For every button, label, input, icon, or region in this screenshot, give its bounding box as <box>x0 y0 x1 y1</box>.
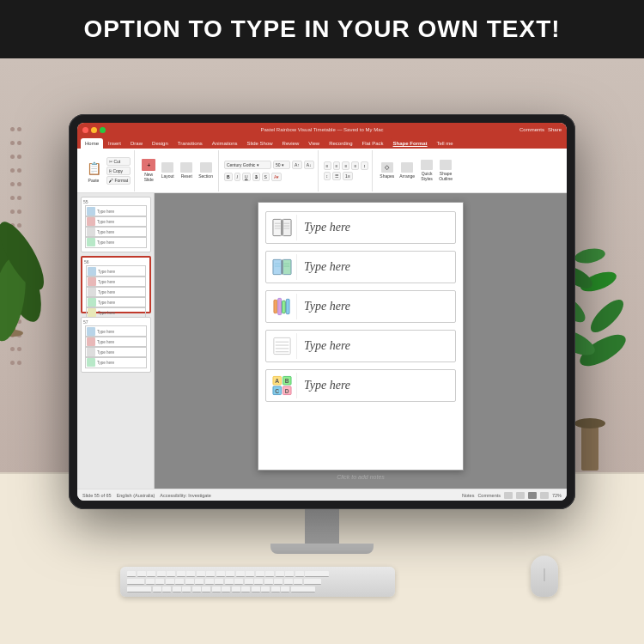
zoom-level[interactable]: 72% <box>552 493 562 498</box>
notes-button[interactable]: Notes <box>462 493 474 498</box>
font-color-button[interactable]: A▾ <box>271 173 282 181</box>
tab-shapeformat[interactable]: Shape Format <box>389 138 432 149</box>
tab-flatpack[interactable]: Flat Pack <box>358 138 388 149</box>
justify-button[interactable]: ≡ <box>351 161 359 170</box>
svg-point-6 <box>574 418 605 428</box>
font-family-dropdown[interactable]: Century Gothic ▾ <box>224 161 271 169</box>
tab-animations[interactable]: Animations <box>208 138 242 149</box>
slide-item-text-2[interactable]: Type here <box>304 260 350 274</box>
svg-rect-14 <box>273 219 282 235</box>
powerpoint-ui: Pastel Rainbow Visual Timetable — Saved … <box>77 123 567 501</box>
svg-rect-23 <box>273 259 282 274</box>
slideshow-button[interactable] <box>540 492 549 499</box>
new-slide-button[interactable]: + NewSlide <box>140 158 157 183</box>
tab-draw[interactable]: Draw <box>126 138 147 149</box>
line-spacing-button[interactable]: ↕ <box>324 172 331 180</box>
tab-recording[interactable]: Recording <box>325 138 356 149</box>
svg-text:B: B <box>285 378 289 384</box>
slide-item-2[interactable]: Type here <box>265 251 456 283</box>
cut-button[interactable]: ✂ Cut <box>106 157 131 166</box>
text-shadow-button[interactable]: S <box>262 173 270 181</box>
comments-button[interactable]: Comments <box>477 493 501 498</box>
slide-sorter-button[interactable] <box>516 492 525 499</box>
slide-item-text-1[interactable]: Type here <box>304 221 350 234</box>
reading-view-button[interactable] <box>528 492 537 499</box>
close-button[interactable] <box>82 127 88 133</box>
layout-button[interactable]: Layout <box>159 161 176 179</box>
bullets-button[interactable]: ☰ <box>332 172 341 180</box>
align-center-button[interactable]: ≡ <box>333 161 341 170</box>
tab-view[interactable]: View <box>304 138 324 149</box>
slide-item-5[interactable]: A B C D <box>265 369 456 402</box>
arrange-button[interactable]: Arrange <box>398 161 416 179</box>
ribbon-group-clipboard: 📋 Paste ✂ Cut ⎘ Copy 🖌 Format <box>81 150 135 191</box>
share-link[interactable]: Share <box>548 127 562 132</box>
window-title: Pastel Rainbow Visual Timetable — Saved … <box>261 127 384 132</box>
slide-item-text-3[interactable]: Type here <box>304 300 350 313</box>
statusbar: Slide 55 of 65 English (Australia) Acces… <box>77 489 567 501</box>
scene: Pastel Rainbow Visual Timetable — Saved … <box>0 58 644 644</box>
slide-item-4[interactable]: Type here <box>265 330 456 362</box>
shape-fill-button[interactable]: ShapeOutline <box>437 159 454 182</box>
slides-panel: 55 Type here <box>77 193 155 489</box>
copy-button[interactable]: ⎘ Copy <box>106 167 131 175</box>
slide-thumb-57[interactable]: 57 Type here <box>81 317 151 373</box>
monitor-screen: Pastel Rainbow Visual Timetable — Saved … <box>77 123 567 501</box>
font-size-dropdown[interactable]: 50 ▾ <box>273 161 290 169</box>
ribbon-group-paragraph: ≡ ≡ ≡ ≡ ⫶ ↕ ☰ 1≡ <box>322 150 374 191</box>
bold-button[interactable]: B <box>224 173 233 181</box>
language-info: English (Australia) <box>117 493 155 498</box>
tab-design[interactable]: Design <box>148 138 173 149</box>
strikethrough-button[interactable]: S̶ <box>252 173 260 181</box>
columns-button[interactable]: ⫶ <box>361 161 368 170</box>
monitor-base <box>270 544 374 554</box>
titlebar-right: Comments Share <box>519 127 562 132</box>
maximize-button[interactable] <box>100 127 106 133</box>
ribbon-group-drawing: ◇ Shapes Arrange QuickStyles <box>376 150 458 191</box>
slide-item-1[interactable]: Type here <box>265 211 456 244</box>
slide-thumb-56[interactable]: 56 Type here <box>81 256 151 313</box>
tab-review[interactable]: Review <box>278 138 304 149</box>
mouse[interactable] <box>531 556 558 597</box>
numbering-button[interactable]: 1≡ <box>343 172 353 180</box>
slide-item-text-4[interactable]: Type here <box>304 339 350 353</box>
italic-button[interactable]: I <box>234 173 240 181</box>
align-right-button[interactable]: ≡ <box>342 161 349 170</box>
slide-item-text-5[interactable]: Type here <box>304 379 350 392</box>
paste-button[interactable]: 📋 Paste <box>82 157 105 185</box>
svg-rect-33 <box>286 299 289 313</box>
section-button[interactable]: Section <box>197 161 215 179</box>
svg-rect-31 <box>278 298 282 314</box>
decrease-font-button[interactable]: A↓ <box>304 161 314 169</box>
svg-rect-15 <box>283 219 291 235</box>
quick-styles-button[interactable]: QuickStyles <box>418 159 435 182</box>
slide-thumb-55[interactable]: 55 Type here <box>81 197 151 252</box>
accessibility-info[interactable]: Accessibility: Investigate <box>160 493 211 498</box>
ribbon-group-font: Century Gothic ▾ 50 ▾ A↑ A↓ B I U S̶ S <box>222 150 319 191</box>
reset-button[interactable]: Reset <box>178 161 195 179</box>
slide-item-3[interactable]: Type here <box>265 290 456 323</box>
tab-transitions[interactable]: Transitions <box>173 138 207 149</box>
minimize-button[interactable] <box>91 127 97 133</box>
tab-insert[interactable]: Insert <box>104 138 125 149</box>
svg-text:C: C <box>275 388 279 394</box>
format-painter[interactable]: 🖌 Format <box>106 176 131 185</box>
tab-home[interactable]: Home <box>81 138 103 149</box>
slide-item-icon-4 <box>271 333 297 359</box>
keyboard <box>120 567 395 597</box>
align-left-button[interactable]: ≡ <box>324 161 331 170</box>
click-to-add-notes: Click to add notes <box>258 471 464 480</box>
banner-text: OPTION TO TYPE IN YOUR OWN TEXT! <box>83 16 560 43</box>
tab-slideshow[interactable]: Slide Show <box>243 138 277 149</box>
svg-rect-30 <box>274 300 277 313</box>
paste-icon: 📋 <box>85 159 102 178</box>
shapes-button[interactable]: ◇ Shapes <box>378 161 396 179</box>
tab-tellme[interactable]: Tell me <box>433 138 458 149</box>
svg-rect-32 <box>283 301 286 313</box>
increase-font-button[interactable]: A↑ <box>292 161 302 169</box>
monitor-outer: Pastel Rainbow Visual Timetable — Saved … <box>69 114 575 509</box>
underline-button[interactable]: U <box>242 173 251 181</box>
comments-link[interactable]: Comments <box>519 127 544 132</box>
slide-canvas[interactable]: Type here <box>258 202 464 471</box>
normal-view-button[interactable] <box>504 492 513 499</box>
